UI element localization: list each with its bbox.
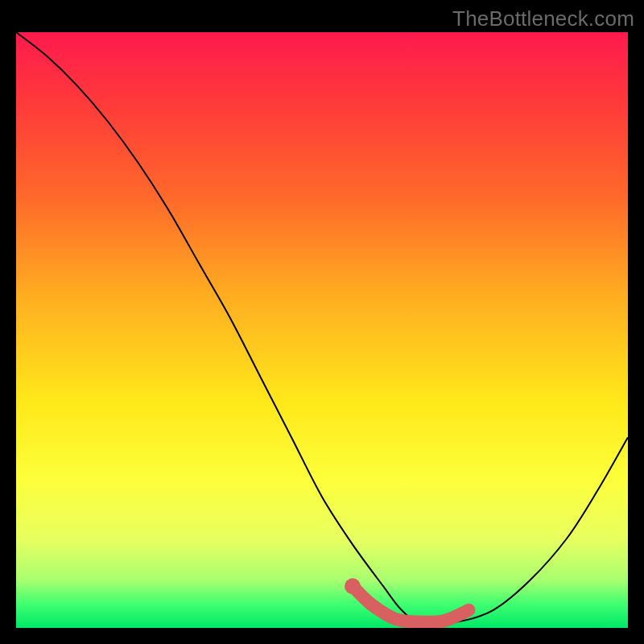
chart-container: TheBottleneck.com — [0, 0, 644, 644]
optimal-zone-highlight — [353, 586, 469, 622]
watermark-text: TheBottleneck.com — [452, 6, 634, 31]
curve-svg — [16, 32, 628, 628]
bottleneck-curve — [16, 32, 628, 623]
optimal-zone-dot — [345, 578, 361, 594]
plot-area — [16, 32, 628, 628]
